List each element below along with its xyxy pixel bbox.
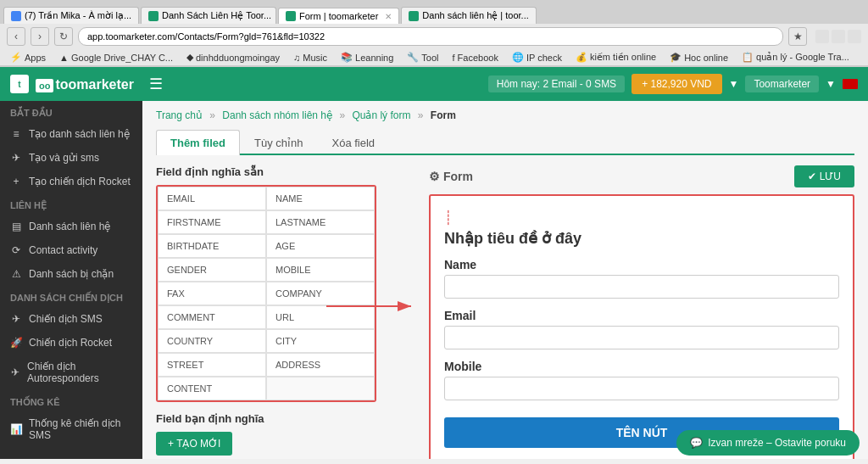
address-bar[interactable] — [78, 27, 783, 46]
breadcrumb-ql[interactable]: Quản lý form — [352, 109, 410, 121]
form-field-email-input[interactable] — [444, 326, 839, 349]
tab-tuy-chinh[interactable]: Tùy chỉnh — [240, 130, 317, 155]
top-bar-user[interactable]: Toomarketer — [745, 75, 819, 92]
extension-icon-1 — [815, 30, 829, 43]
hamburger-menu[interactable]: ☰ — [149, 75, 163, 93]
tab-close-1[interactable]: ✕ — [138, 11, 139, 20]
reload-button[interactable]: ↻ — [54, 27, 73, 46]
sidebar-item-ds-bichan[interactable]: ⚠ Danh sách bị chặn — [0, 262, 142, 286]
sidebar-section-chiendichs: DANH SÁCH CHIẾN DỊCH — [0, 286, 142, 307]
field-mobile[interactable]: MOBILE — [266, 258, 375, 282]
bookmark-dinh[interactable]: ◆ dinhdduongmoingay — [183, 51, 283, 64]
field-age[interactable]: AGE — [266, 234, 375, 258]
sidebar-item-contact-activity[interactable]: ⟳ Contact activity — [0, 238, 142, 262]
bookmark-music[interactable]: ♫ Music — [290, 52, 331, 64]
bookmark-facebook[interactable]: f Facebook — [449, 52, 502, 64]
form-field-name: Name — [444, 258, 839, 299]
sidebar-item-chien-dich-rocket[interactable]: 🚀 Chiến dịch Rocket — [0, 331, 142, 355]
form-field-mobile: Mobile — [444, 360, 839, 400]
bookmark-ipcheck[interactable]: 🌐 IP check — [509, 51, 565, 64]
breadcrumb: Trang chủ » Danh sách nhóm liên hệ » Quả… — [156, 109, 854, 121]
chart-icon: 📊 — [10, 423, 22, 435]
balance-button[interactable]: + 182,920 VND — [632, 74, 721, 94]
sidebar-section-batdau: BẮT ĐẦU — [0, 101, 142, 122]
field-city[interactable]: CITY — [266, 329, 375, 353]
sidebar-item-thongke-sms[interactable]: 📊 Thống kê chiến dịch SMS — [0, 411, 142, 447]
logo-area: t ootoomarketer ☰ — [10, 75, 163, 93]
custom-fields-title: Field bạn định nghĩa — [156, 412, 376, 425]
browser-tab-1[interactable]: (7) Trần Mika - À mời lạ... ✕ — [3, 7, 139, 24]
form-field-mobile-label: Mobile — [444, 360, 839, 373]
logo-icon: t — [10, 75, 29, 93]
breadcrumb-home[interactable]: Trang chủ — [156, 109, 203, 121]
field-content[interactable]: CONTENT — [158, 377, 266, 400]
logo-text: ootoomarketer — [36, 75, 134, 93]
browser-chrome: (7) Trần Mika - À mời lạ... ✕ Danh Sách … — [0, 0, 868, 67]
browser-tab-2[interactable]: Danh Sách Liên Hệ Toor... ✕ — [141, 7, 276, 24]
field-firstname[interactable]: FIRSTNAME — [158, 210, 266, 234]
left-panel: Field định nghĩa sẵn EMAIL NAME FIRSTNAM… — [156, 165, 376, 459]
add-new-field-button[interactable]: + TẠO MỚI — [156, 432, 232, 456]
save-button[interactable]: ✔ LƯU — [794, 165, 854, 187]
sidebar-item-chien-dich-sms[interactable]: ✈ Chiến dịch SMS — [0, 307, 142, 331]
tab-icon-3 — [286, 11, 296, 21]
field-lastname[interactable]: LASTNAME — [266, 210, 375, 234]
table-icon: ▤ — [10, 221, 22, 232]
field-birthdate[interactable]: BIRTHDATE — [158, 234, 266, 258]
field-email[interactable]: EMAIL — [158, 187, 266, 210]
user-dropdown[interactable]: ▼ — [826, 78, 836, 90]
field-address[interactable]: ADDRESS — [266, 353, 375, 377]
extension-icon-3 — [848, 30, 861, 43]
bookmark-gdrive[interactable]: ▲ Google Drive_CHAY C... — [56, 52, 176, 64]
field-company[interactable]: COMPANY — [266, 282, 375, 305]
tab-icon-2 — [148, 11, 159, 21]
form-preview-title: Nhập tiêu đề ở đây — [444, 229, 839, 248]
sidebar-item-ds-lienhe[interactable]: ▤ Danh sách liên hệ — [0, 215, 142, 238]
bookmark-tool[interactable]: 🔧 Tool — [403, 51, 442, 64]
tab-label-2: Danh Sách Liên Hệ Toor... — [162, 10, 271, 21]
forward-button[interactable]: › — [31, 27, 49, 46]
sidebar-item-tao-rocket[interactable]: + Tạo chiến dịch Rocket — [0, 170, 142, 193]
bookmark-hoconline[interactable]: 🎓 Hoc online — [666, 51, 732, 64]
form-preview-header: ⚙ Form ✔ LƯU — [429, 165, 854, 187]
sidebar-item-tao-ds[interactable]: ≡ Tạo danh sách liên hệ — [0, 122, 142, 146]
field-street[interactable]: STREET — [158, 353, 266, 377]
field-url[interactable]: URL — [266, 305, 375, 329]
tab-them-filed[interactable]: Thêm filed — [156, 130, 240, 155]
browser-tab-3[interactable]: Form | toomarketer ✕ — [278, 8, 399, 24]
sidebar: BẮT ĐẦU ≡ Tạo danh sách liên hệ ✈ Tạo và… — [0, 101, 142, 459]
tab-label-3: Form | toomarketer — [299, 11, 378, 21]
field-country[interactable]: COUNTRY — [158, 329, 266, 353]
field-gender[interactable]: GENDER — [158, 258, 266, 282]
field-grid-container: EMAIL NAME FIRSTNAME LASTNAME BIRTHDATE … — [156, 185, 376, 402]
field-def-title: Field định nghĩa sẵn — [156, 165, 376, 178]
field-fax[interactable]: FAX — [158, 282, 266, 305]
list-icon: ≡ — [10, 128, 22, 140]
activity-icon: ⟳ — [10, 244, 22, 256]
tab-close-4[interactable]: ✕ — [536, 11, 537, 20]
bookmark-earn[interactable]: 💰 kiếm tiền online — [572, 51, 659, 64]
tab-icon-4 — [409, 11, 419, 21]
breadcrumb-ds[interactable]: Danh sách nhóm liên hệ — [222, 109, 332, 121]
sidebar-item-autoresponders[interactable]: ✈ Chiến dịch Autoresponders — [0, 355, 142, 390]
bookmark-ql[interactable]: 📋 quản lý - Google Tra... — [738, 51, 853, 64]
tab-label-1: (7) Trần Mika - À mời lạ... — [25, 10, 131, 21]
bookmark-star[interactable]: ★ — [788, 27, 807, 46]
sidebar-item-tao-sms[interactable]: ✈ Tạo và gửi sms — [0, 146, 142, 170]
block-icon: ⚠ — [10, 268, 22, 280]
form-field-name-label: Name — [444, 258, 839, 271]
top-bar-info: Hôm nay: 2 Email - 0 SMS — [488, 75, 625, 92]
back-button[interactable]: ‹ — [7, 27, 25, 46]
form-field-mobile-input[interactable] — [444, 377, 839, 400]
form-editor: Field định nghĩa sẵn EMAIL NAME FIRSTNAM… — [156, 165, 854, 459]
bookmark-leanning[interactable]: 📚 Leanning — [337, 51, 397, 64]
tab-xoa-field[interactable]: Xóa field — [318, 130, 390, 155]
field-name[interactable]: NAME — [266, 187, 375, 210]
tab-close-3[interactable]: ✕ — [385, 12, 392, 21]
form-field-name-input[interactable] — [444, 275, 839, 299]
field-comment[interactable]: COMMENT — [158, 305, 266, 329]
right-panel: ⚙ Form ✔ LƯU ┊ Nhập tiêu đề ở đây Name E… — [429, 165, 854, 459]
chat-widget[interactable]: 💬 Izvan mreže – Ostavite poruku — [676, 430, 860, 456]
browser-tab-4[interactable]: Danh sách liên hệ | toor... ✕ — [401, 7, 537, 24]
bookmark-apps[interactable]: ⚡ Apps — [7, 51, 49, 64]
